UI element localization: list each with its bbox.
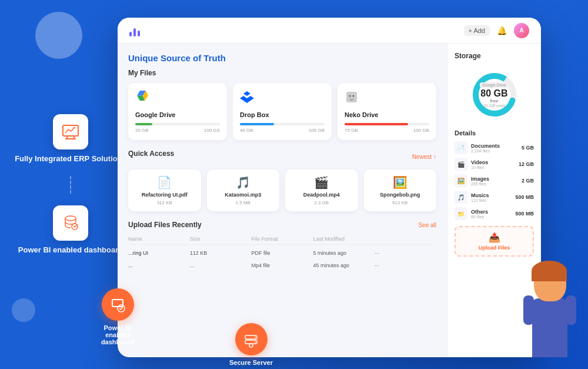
row-menu-button[interactable]: ···: [375, 262, 436, 268]
svg-rect-7: [346, 92, 357, 102]
documents-info: Documents 2,104 files: [471, 143, 518, 153]
page-title: Unique Source of Truth: [128, 53, 436, 63]
avatar[interactable]: A: [514, 23, 529, 38]
logo-bar-1: [129, 32, 132, 36]
images-icon: 🖼️: [455, 174, 467, 187]
neko-bar: [345, 123, 408, 125]
upload-btn-label: Upload Files: [479, 245, 510, 251]
logo-bar-3: [138, 31, 140, 36]
neko-icon: [345, 90, 429, 108]
detail-others: 📁 Others 80 files 500 MB: [455, 207, 534, 220]
quick-access-header: Quick Access Newest ↑: [128, 149, 436, 164]
monitor-chart-icon: [61, 122, 80, 141]
svg-point-8: [349, 95, 351, 97]
bi-icon-box: [53, 205, 88, 241]
topbar-actions: + Add 🔔 A: [464, 23, 529, 38]
files-grid: Google Drive 20 GB 100 GS Drop Box: [128, 83, 436, 140]
neko-storage: 75 GB 100 GB: [345, 128, 429, 133]
erp-icon-box: [53, 114, 88, 149]
quick-file-mp3[interactable]: 🎵 Kataomoi.mp3 1.5 MB: [207, 169, 280, 211]
storage-used: 20 GB used: [483, 104, 505, 108]
upload-table-header: Name Size File Format Last Modified: [128, 234, 436, 245]
musics-info: Musics 112 files: [471, 192, 512, 202]
notification-icon[interactable]: 🔔: [497, 26, 507, 35]
gdrive-storage: 20 GB 100 GS: [135, 128, 220, 133]
detail-musics: 🎵 Musics 112 files 500 MB: [455, 191, 534, 204]
svg-point-18: [255, 341, 256, 343]
others-icon: 📁: [455, 207, 467, 220]
erp-label: Fully Integrated ERP Solutions: [15, 154, 126, 164]
table-row[interactable]: ... ... Mp4 file 45 minutes ago ···: [128, 260, 436, 272]
newest-sort-button[interactable]: Newest ↑: [412, 154, 436, 160]
image-icon: 🖼️: [393, 175, 407, 190]
file-card-dropbox[interactable]: Drop Box 40 GB 100 GB: [233, 83, 332, 140]
detail-documents: 📄 Documents 2,104 files 5 GB: [455, 141, 534, 154]
details-title: Details: [455, 129, 534, 137]
see-all-button[interactable]: See all: [418, 222, 436, 228]
feature-bi: Power BI enabled dashboard: [18, 205, 123, 255]
quick-access-label: Quick Access: [128, 149, 174, 158]
quick-file-pdf[interactable]: 📄 Refactoring UI.pdf 312 KB: [128, 169, 201, 211]
server-gear-icon: [243, 331, 259, 348]
database-shield-icon: [61, 214, 80, 232]
neko-progress: [345, 123, 429, 125]
mp3-size: 1.5 MB: [236, 200, 250, 205]
donut-center-info: Google Drive 80 GB free 20 GB used: [480, 82, 509, 108]
content-area: Unique Source of Truth My Files Google D…: [118, 44, 541, 357]
videos-icon: 🎬: [455, 158, 467, 171]
secure-server-feature: Secure Server: [229, 323, 273, 366]
row-menu-button[interactable]: ···: [375, 250, 436, 256]
pdf-size: 312 KB: [157, 200, 172, 205]
quick-file-png[interactable]: 🖼️ Spongebob.png 612 KB: [364, 169, 437, 211]
documents-size: 5 GB: [522, 145, 534, 151]
mp4-size: 2.3 GB: [314, 200, 329, 205]
bi-feature-item: Power BI enabled dashboard: [94, 288, 141, 345]
others-size: 500 MB: [515, 211, 534, 217]
my-files-label: My Files: [128, 69, 436, 77]
char-body: [532, 298, 567, 357]
feature-erp: Fully Integrated ERP Solutions: [15, 114, 126, 164]
logo: [129, 25, 140, 36]
others-info: Others 80 files: [471, 209, 512, 219]
char-arm-right: [566, 295, 576, 325]
quick-file-mp4[interactable]: 🎬 Deadpool.mp4 2.3 GB: [285, 169, 358, 211]
upload-label: Upload Files Recently: [128, 221, 202, 229]
mp4-name: Deadpool.mp4: [303, 192, 340, 198]
secure-server-icon-box: [235, 323, 268, 355]
logo-bar-2: [133, 28, 136, 36]
dropbox-progress: [240, 123, 325, 125]
character-decoration: [517, 245, 582, 357]
svg-point-5: [65, 216, 76, 221]
bi-label: Power BI enabled dashboard: [18, 245, 123, 255]
detail-videos: 🎬 Videos 10 files 12 GB: [455, 158, 534, 171]
file-card-neko[interactable]: Neko Drive 75 GB 100 GB: [338, 83, 436, 140]
char-arm-left: [523, 295, 534, 325]
top-bar: + Add 🔔 A: [118, 18, 541, 44]
bi-feature-label: Power BI enabled dashboard: [94, 324, 141, 345]
character-figure: [523, 257, 576, 357]
video-icon: 🎬: [314, 175, 329, 190]
music-icon: 🎵: [236, 175, 250, 190]
bi-icon-box: [102, 288, 134, 321]
database-shield-icon: [109, 297, 126, 313]
images-size: 2 GB: [522, 178, 534, 184]
dropbox-storage: 40 GB 100 GB: [240, 128, 325, 133]
svg-point-4: [73, 127, 75, 128]
svg-point-19: [249, 344, 253, 347]
table-row[interactable]: ...ring UI 112 KB PDF file 5 minutes ago…: [128, 247, 436, 260]
documents-icon: 📄: [455, 141, 467, 154]
gdrive-bar: [135, 123, 152, 125]
storage-chart: Google Drive 80 GB free 20 GB used: [455, 68, 534, 121]
png-name: Spongebob.png: [380, 192, 420, 198]
add-button[interactable]: + Add: [464, 25, 490, 36]
dropbox-name: Drop Box: [240, 111, 325, 118]
storage-free: free: [490, 98, 499, 104]
pdf-icon: 📄: [157, 175, 172, 190]
musics-size: 500 MB: [515, 194, 534, 200]
storage-title: Storage: [455, 52, 534, 60]
dropbox-icon: [240, 90, 325, 108]
gdrive-badge: Google Drive: [480, 82, 509, 88]
file-card-gdrive[interactable]: Google Drive 20 GB 100 GS: [128, 83, 227, 140]
main-card: + Add 🔔 A Unique Source of Truth My File…: [118, 18, 541, 357]
neko-name: Neko Drive: [345, 111, 429, 118]
